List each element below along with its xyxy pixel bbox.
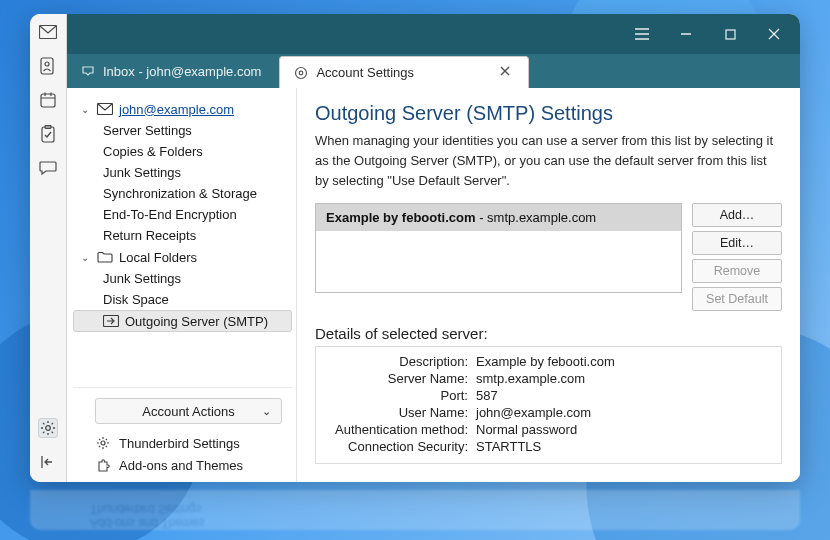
settings-tab-icon: [294, 66, 308, 80]
tab-inbox[interactable]: Inbox - john@example.com: [67, 54, 275, 88]
edit-button[interactable]: Edit…: [692, 231, 782, 255]
detail-label-servername: Server Name:: [326, 371, 476, 386]
tree-item-e2e-encryption[interactable]: End-To-End Encryption: [73, 204, 292, 225]
tab-account-settings[interactable]: Account Settings: [279, 56, 529, 88]
tree-account-root[interactable]: ⌄ john@example.com: [73, 98, 292, 120]
detail-value-servername: smtp.example.com: [476, 371, 771, 386]
puzzle-icon: [95, 457, 111, 473]
smtp-buttons: Add… Edit… Remove Set Default: [692, 203, 782, 311]
tab-settings-label: Account Settings: [316, 65, 414, 80]
hamburger-menu-icon[interactable]: [620, 14, 664, 54]
minimize-button[interactable]: [664, 14, 708, 54]
settings-pane: Outgoing Server (SMTP) Settings When man…: [297, 88, 800, 482]
svg-point-2: [45, 62, 49, 66]
detail-label-security: Connection Security:: [326, 439, 476, 454]
detail-value-security: STARTTLS: [476, 439, 771, 454]
tree-item-return-receipts[interactable]: Return Receipts: [73, 225, 292, 246]
detail-label-username: User Name:: [326, 405, 476, 420]
smtp-server-item[interactable]: Example by febooti.com - smtp.example.co…: [316, 204, 681, 231]
tree-item-disk-space[interactable]: Disk Space: [73, 289, 292, 310]
detail-label-auth: Authentication method:: [326, 422, 476, 437]
svg-rect-15: [726, 30, 735, 39]
outgoing-server-icon: [103, 313, 119, 329]
chat-icon[interactable]: [38, 158, 58, 178]
svg-rect-3: [41, 94, 55, 107]
mail-icon[interactable]: [38, 22, 58, 42]
account-tree: ⌄ john@example.com Server Settings Copie…: [73, 98, 292, 387]
settings-gear-icon[interactable]: [38, 418, 58, 438]
remove-button: Remove: [692, 259, 782, 283]
window-reflection: Add-ons and Themes Thunderbird Settings: [30, 490, 800, 530]
detail-label-description: Description:: [326, 354, 476, 369]
tree-item-copies-folders[interactable]: Copies & Folders: [73, 141, 292, 162]
addons-themes-link[interactable]: Add-ons and Themes: [73, 454, 292, 476]
server-details-box: Description:Example by febooti.com Serve…: [315, 346, 782, 464]
thunderbird-settings-link[interactable]: Thunderbird Settings: [73, 432, 292, 454]
outgoing-smtp-label: Outgoing Server (SMTP): [125, 314, 268, 329]
folder-icon: [97, 249, 113, 265]
chevron-down-icon: ⌄: [262, 405, 271, 418]
tree-item-server-settings[interactable]: Server Settings: [73, 120, 292, 141]
svg-point-19: [300, 71, 304, 75]
set-default-button: Set Default: [692, 287, 782, 311]
tree-item-local-junk[interactable]: Junk Settings: [73, 268, 292, 289]
detail-value-auth: Normal password: [476, 422, 771, 437]
tree-item-junk-settings[interactable]: Junk Settings: [73, 162, 292, 183]
add-button[interactable]: Add…: [692, 203, 782, 227]
inbox-tab-icon: [81, 64, 95, 78]
tree-item-outgoing-smtp[interactable]: Outgoing Server (SMTP): [73, 310, 292, 332]
smtp-server-listbox[interactable]: Example by febooti.com - smtp.example.co…: [315, 203, 682, 293]
detail-value-description: Example by febooti.com: [476, 354, 771, 369]
svg-point-18: [296, 67, 307, 78]
addressbook-icon[interactable]: [38, 56, 58, 76]
tasks-icon[interactable]: [38, 124, 58, 144]
account-email-link[interactable]: john@example.com: [119, 102, 234, 117]
pane-title: Outgoing Server (SMTP) Settings: [315, 102, 782, 125]
chevron-down-icon: ⌄: [81, 104, 91, 115]
pane-description: When managing your identities you can us…: [315, 131, 782, 191]
detail-value-port: 587: [476, 388, 771, 403]
collapse-icon[interactable]: [38, 452, 58, 472]
app-window: Inbox - john@example.com Account Setting…: [30, 14, 800, 482]
titlebar: [67, 14, 800, 54]
chevron-down-icon: ⌄: [81, 252, 91, 263]
tree-item-sync-storage[interactable]: Synchronization & Storage: [73, 183, 292, 204]
svg-point-24: [101, 441, 105, 445]
smtp-server-area: Example by febooti.com - smtp.example.co…: [315, 203, 782, 311]
mail-account-icon: [97, 101, 113, 117]
main-area: Inbox - john@example.com Account Setting…: [67, 14, 800, 482]
tab-strip: Inbox - john@example.com Account Setting…: [67, 54, 800, 88]
account-tree-sidebar: ⌄ john@example.com Server Settings Copie…: [67, 88, 297, 482]
gear-icon: [95, 435, 111, 451]
detail-label-port: Port:: [326, 388, 476, 403]
details-heading: Details of selected server:: [315, 325, 782, 342]
account-actions-button[interactable]: Account Actions ⌄: [95, 398, 282, 424]
close-button[interactable]: [752, 14, 796, 54]
svg-point-9: [46, 426, 51, 431]
content: ⌄ john@example.com Server Settings Copie…: [67, 88, 800, 482]
tree-local-folders-root[interactable]: ⌄ Local Folders: [73, 246, 292, 268]
sidebar-actions: Account Actions ⌄ Thunderbird Settings: [73, 387, 292, 476]
tab-close-icon[interactable]: [500, 66, 514, 80]
tab-inbox-label: Inbox - john@example.com: [103, 64, 261, 79]
detail-value-username: john@example.com: [476, 405, 771, 420]
svg-rect-7: [42, 127, 54, 142]
left-rail: [30, 14, 67, 482]
maximize-button[interactable]: [708, 14, 752, 54]
calendar-icon[interactable]: [38, 90, 58, 110]
local-folders-label: Local Folders: [119, 250, 197, 265]
